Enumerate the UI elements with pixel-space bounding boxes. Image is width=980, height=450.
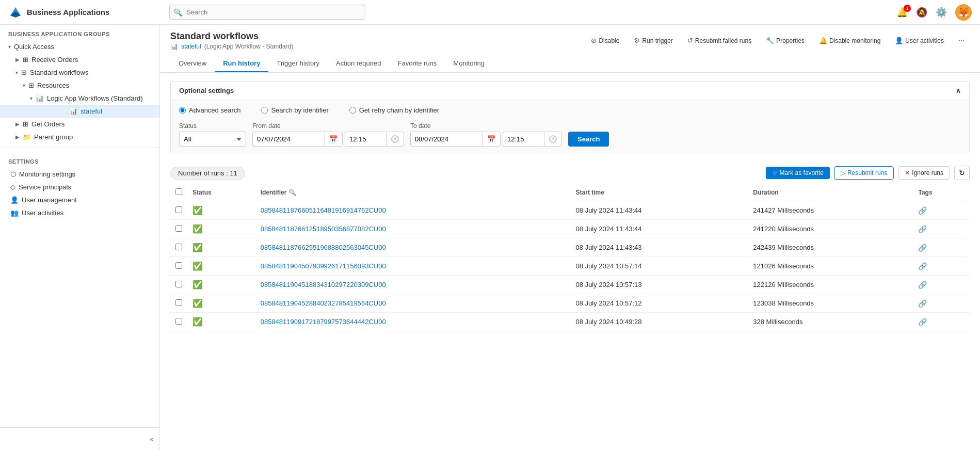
sidebar-item-standard-workflows[interactable]: ▾ ⊞ Standard workflows	[0, 66, 159, 79]
properties-button[interactable]: 🔧 Properties	[761, 34, 810, 47]
tab-monitoring[interactable]: Monitoring	[445, 55, 493, 72]
row-tags[interactable]: 🔗	[913, 201, 970, 220]
search-button[interactable]: Search	[568, 132, 609, 147]
status-select[interactable]: All Succeeded Failed Running Cancelled	[179, 132, 246, 147]
alert-icon[interactable]: 🔕	[916, 7, 927, 18]
row-checkbox[interactable]	[175, 244, 182, 250]
sidebar-item-stateful[interactable]: 📊 stateful	[0, 105, 159, 118]
subtitle-text[interactable]: stateful	[181, 43, 201, 50]
sidebar-item-user-activities[interactable]: 👥 User activities	[0, 206, 159, 219]
mark-favorite-button[interactable]: ☆ Mark as favorite	[766, 167, 830, 179]
from-time-clock-icon[interactable]: 🕐	[386, 132, 404, 147]
identifier-link[interactable]: 08584811904507939926171156093CU00	[261, 262, 386, 270]
to-time-clock-icon[interactable]: 🕐	[544, 132, 562, 147]
row-tags[interactable]: 🔗	[913, 220, 970, 238]
sidebar-item-label: Standard workflows	[30, 69, 88, 76]
tab-favorite-runs[interactable]: Favorite runs	[389, 55, 445, 72]
row-checkbox[interactable]	[175, 299, 182, 306]
sidebar-item-user-management[interactable]: 👤 User management	[0, 194, 159, 206]
refresh-button[interactable]: ↻	[954, 166, 970, 180]
row-identifier[interactable]: 08584811904518834310297220309CU00	[255, 276, 571, 294]
row-identifier[interactable]: 08584811876625519688802563045CU00	[255, 238, 571, 257]
link-icon[interactable]: 🔗	[918, 262, 927, 270]
collapse-settings-icon[interactable]: ∧	[956, 87, 961, 94]
sidebar-item-quick-access[interactable]: ▾ Quick Access	[0, 40, 159, 53]
identifier-link[interactable]: 08584811904518834310297220309CU00	[261, 281, 386, 288]
sidebar-item-parent-group[interactable]: ▶ 📁 Parent group	[0, 131, 159, 143]
to-date-calendar-icon[interactable]: 📅	[483, 132, 501, 147]
run-trigger-button[interactable]: ⚙ Run trigger	[629, 34, 678, 47]
link-icon[interactable]: 🔗	[918, 206, 927, 215]
row-tags[interactable]: 🔗	[913, 257, 970, 276]
row-checkbox-cell[interactable]	[170, 276, 187, 294]
row-tags[interactable]: 🔗	[913, 276, 970, 294]
row-checkbox[interactable]	[175, 262, 182, 269]
row-checkbox-cell[interactable]	[170, 313, 187, 331]
to-time-input[interactable]	[503, 132, 544, 147]
user-activities-button[interactable]: 👤 User activities	[890, 34, 949, 47]
tab-action-required[interactable]: Action required	[328, 55, 389, 72]
row-checkbox-cell[interactable]	[170, 201, 187, 220]
more-options-button[interactable]: ⋯	[953, 35, 970, 47]
identifier-search-icon[interactable]: 🔍	[288, 189, 296, 196]
radio-search-by-identifier[interactable]: Search by identifier	[261, 106, 328, 114]
row-checkbox-cell[interactable]	[170, 257, 187, 276]
from-date-input[interactable]	[252, 132, 325, 147]
sidebar-item-logic-app-workflows[interactable]: ▾ 📊 Logic App Workflows (Standard)	[0, 92, 159, 105]
tab-trigger-history[interactable]: Trigger history	[268, 55, 328, 72]
optional-settings-header[interactable]: Optional settings ∧	[171, 82, 969, 100]
sidebar-item-monitoring-settings[interactable]: ⬡ Monitoring settings	[0, 168, 159, 181]
row-checkbox[interactable]	[175, 225, 182, 232]
row-identifier[interactable]: 08584811909172187997573644442CU00	[255, 313, 571, 331]
row-identifier[interactable]: 08584811904528840232785419564CU00	[255, 294, 571, 313]
row-checkbox[interactable]	[175, 206, 182, 213]
notification-bell-icon[interactable]: 🔔 1	[896, 7, 908, 18]
sidebar-item-receive-orders[interactable]: ▶ ⊞ Receive Orders	[0, 53, 159, 66]
resubmit-failed-runs-button[interactable]: ↺ Resubmit failed runs	[682, 34, 757, 47]
avatar[interactable]: 🦊	[955, 4, 972, 21]
to-date-input[interactable]	[410, 132, 483, 147]
link-icon[interactable]: 🔗	[918, 244, 927, 252]
row-checkbox[interactable]	[175, 281, 182, 287]
link-icon[interactable]: 🔗	[918, 299, 927, 308]
search-input[interactable]	[169, 5, 365, 20]
sidebar-item-service-principals[interactable]: ◇ Service principals	[0, 181, 159, 194]
tab-overview[interactable]: Overview	[170, 55, 215, 72]
select-all-checkbox[interactable]	[175, 188, 182, 195]
identifier-link[interactable]: 08584811876605116481916914762CU00	[261, 206, 386, 214]
row-identifier[interactable]: 08584811876605116481916914762CU00	[255, 201, 571, 220]
identifier-link[interactable]: 08584811909172187997573644442CU00	[261, 318, 386, 326]
row-checkbox-cell[interactable]	[170, 294, 187, 313]
link-icon[interactable]: 🔗	[918, 281, 927, 289]
settings-icon[interactable]: ⚙️	[936, 7, 947, 18]
row-checkbox-cell[interactable]	[170, 220, 187, 238]
link-icon[interactable]: 🔗	[918, 318, 927, 326]
from-date-calendar-icon[interactable]: 📅	[325, 132, 343, 147]
link-icon[interactable]: 🔗	[918, 225, 927, 233]
row-tags[interactable]: 🔗	[913, 313, 970, 331]
collapse-sidebar-button[interactable]: «	[0, 432, 159, 446]
chevron-down-icon: ▾	[8, 44, 11, 50]
row-tags[interactable]: 🔗	[913, 294, 970, 313]
user-activities-icon: 👥	[10, 209, 19, 217]
resubmit-runs-button[interactable]: ▷ Resubmit runs	[834, 166, 894, 180]
disable-monitoring-button[interactable]: 🔔 Disable monitoring	[814, 34, 886, 47]
row-identifier[interactable]: 08584811876612518950356877082CU00	[255, 220, 571, 238]
radio-advanced-search[interactable]: Advanced search	[179, 106, 240, 114]
sidebar-item-resources[interactable]: ▾ ⊞ Resources	[0, 79, 159, 92]
from-time-input[interactable]	[345, 132, 386, 147]
radio-get-retry-chain[interactable]: Get retry chain by identifier	[349, 106, 439, 114]
row-identifier[interactable]: 08584811904507939926171156093CU00	[255, 257, 571, 276]
tab-run-history[interactable]: Run history	[215, 55, 268, 72]
row-checkbox-cell[interactable]	[170, 238, 187, 257]
row-checkbox[interactable]	[175, 318, 182, 325]
header-select-all[interactable]	[170, 184, 187, 201]
search-bar[interactable]: 🔍	[169, 5, 365, 20]
identifier-link[interactable]: 08584811876625519688802563045CU00	[261, 244, 386, 251]
row-tags[interactable]: 🔗	[913, 238, 970, 257]
ignore-runs-button[interactable]: ✕ Ignore runs	[898, 166, 950, 180]
identifier-link[interactable]: 08584811876612518950356877082CU00	[261, 225, 386, 233]
disable-button[interactable]: ⊘ Disable	[586, 34, 624, 47]
sidebar-item-get-orders[interactable]: ▶ ⊞ Get Orders	[0, 118, 159, 131]
identifier-link[interactable]: 08584811904528840232785419564CU00	[261, 299, 386, 307]
